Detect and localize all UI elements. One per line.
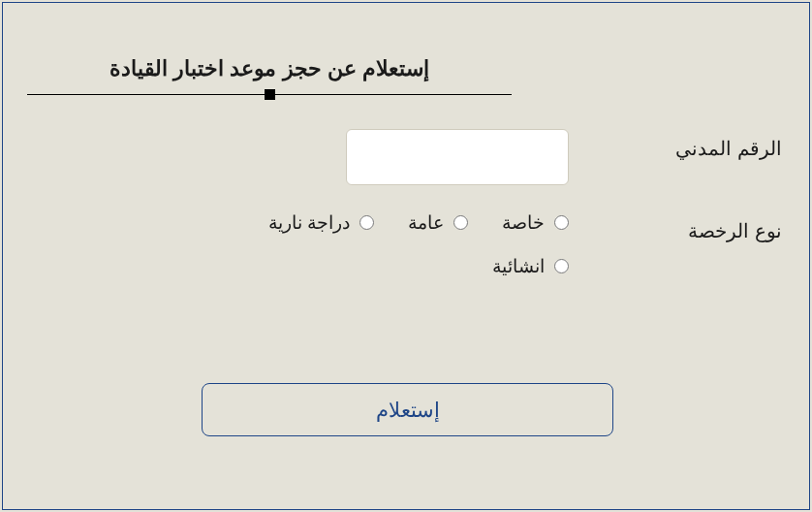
license-option-label: خاصة (502, 211, 545, 234)
title-wrap: إستعلام عن حجز موعد اختبار القيادة (27, 56, 512, 81)
license-option-label: دراجة نارية (268, 211, 350, 234)
civil-id-row: الرقم المدني (177, 129, 782, 185)
license-radio-private[interactable] (554, 215, 569, 230)
license-type-label: نوع الرخصة (569, 211, 782, 242)
civil-id-input[interactable] (346, 129, 569, 185)
license-radio-public[interactable] (453, 215, 468, 230)
civil-id-label: الرقم المدني (569, 129, 782, 160)
license-radio-motorcycle[interactable] (359, 215, 374, 230)
license-option-construction[interactable]: انشائية (492, 255, 569, 277)
license-option-label: انشائية (492, 255, 545, 277)
license-option-private[interactable]: خاصة (502, 211, 569, 234)
license-type-row: نوع الرخصة خاصة عامة دراجة نارية (177, 211, 782, 299)
license-option-motorcycle[interactable]: دراجة نارية (268, 211, 374, 234)
submit-button[interactable]: إستعلام (202, 383, 613, 436)
license-option-public[interactable]: عامة (408, 211, 468, 234)
license-option-label: عامة (408, 211, 444, 234)
license-radio-construction[interactable] (554, 259, 569, 273)
title-rule-marker (265, 89, 275, 100)
form-container: إستعلام عن حجز موعد اختبار القيادة الرقم… (2, 2, 810, 510)
page-title: إستعلام عن حجز موعد اختبار القيادة (100, 56, 439, 81)
